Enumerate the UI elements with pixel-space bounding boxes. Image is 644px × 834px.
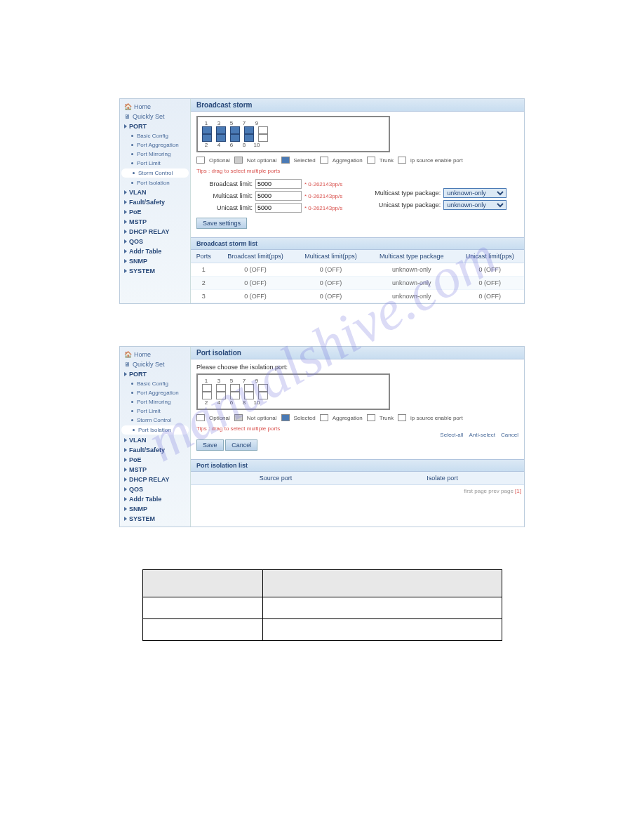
col-ports: Ports	[191, 250, 217, 263]
port-number: 1	[202, 378, 210, 384]
sidebar-section-poe[interactable]: PoE	[120, 207, 190, 217]
port-icon[interactable]	[258, 384, 268, 392]
legend-tips: Tips : drag to select multiple ports	[196, 168, 280, 174]
port-icon[interactable]	[202, 134, 212, 142]
bullet-icon	[131, 392, 133, 394]
sidebar-section-fault-safety[interactable]: Fault/Safety	[120, 445, 190, 455]
sidebar: 🏠Home 🖥Quickly Set PORT Basic Config Por…	[120, 99, 191, 303]
sidebar-home[interactable]: 🏠Home	[120, 350, 190, 359]
sidebar-section-mstp[interactable]: MSTP	[120, 217, 190, 227]
sidebar-section-snmp[interactable]: SNMP	[120, 504, 190, 514]
chevron-right-icon	[124, 124, 127, 128]
sidebar-item-port-aggregation[interactable]: Port Aggregation	[120, 388, 190, 397]
sidebar-item-basic-config[interactable]: Basic Config	[120, 131, 190, 140]
sidebar-section-dhcp-relay[interactable]: DHCP RELAY	[120, 227, 190, 237]
sidebar-item-port-aggregation[interactable]: Port Aggregation	[120, 140, 190, 150]
chevron-right-icon	[124, 497, 127, 501]
sidebar-section-qos[interactable]: QOS	[120, 484, 190, 494]
port-icon[interactable]	[230, 392, 240, 399]
legend-selected-icon	[281, 414, 290, 421]
port-icon[interactable]	[216, 126, 226, 134]
selection-links: Select-all Anti-select Cancel	[196, 432, 518, 438]
sidebar-home[interactable]: 🏠Home	[120, 102, 190, 112]
prev-page-link[interactable]: prev page	[488, 488, 514, 494]
legend-optional-icon	[196, 157, 205, 164]
port-icon[interactable]	[230, 384, 240, 392]
save-settings-button[interactable]: Save settings	[196, 218, 247, 229]
port-icon[interactable]	[258, 392, 268, 399]
sidebar-item-storm-control[interactable]: Storm Control	[120, 416, 190, 425]
sidebar-section-addr-table[interactable]: Addr Table	[120, 246, 190, 256]
sidebar-item-port-limit[interactable]: Port Limit	[120, 159, 190, 168]
port-icon[interactable]	[244, 392, 254, 399]
port-number: 5	[227, 378, 236, 384]
chevron-right-icon	[124, 477, 127, 482]
port-icon[interactable]	[216, 392, 226, 399]
sidebar-section-port[interactable]: PORT	[120, 121, 190, 131]
port-icon[interactable]	[202, 126, 212, 134]
chevron-right-icon	[124, 200, 127, 204]
sidebar-section-port[interactable]: PORT	[120, 369, 190, 379]
chevron-right-icon	[124, 507, 127, 511]
sidebar-section-snmp[interactable]: SNMP	[120, 256, 190, 266]
unicast-limit-input[interactable]	[255, 203, 302, 213]
sidebar-section-dhcp-relay[interactable]: DHCP RELAY	[120, 475, 190, 484]
list-title: Broadcast storm list	[191, 237, 524, 250]
legend-trunk-icon	[367, 414, 375, 421]
save-button[interactable]: Save	[196, 439, 224, 451]
sidebar-section-vlan[interactable]: VLAN	[120, 435, 190, 445]
sidebar-item-basic-config[interactable]: Basic Config	[120, 379, 190, 388]
port-number: 10	[253, 142, 261, 148]
port-icon[interactable]	[258, 134, 268, 142]
sidebar-item-port-limit[interactable]: Port Limit	[120, 406, 190, 416]
sidebar-section-mstp[interactable]: MSTP	[120, 465, 190, 475]
sidebar-item-port-mirroring[interactable]: Port Mirroring	[120, 397, 190, 406]
select-all-link[interactable]: Select-all	[440, 432, 463, 438]
chevron-right-icon	[124, 210, 127, 214]
sidebar-section-poe[interactable]: PoE	[120, 455, 190, 465]
blank-cell	[142, 597, 262, 619]
screenshot-port-isolation: 🏠Home 🖥Quickly Set PORT Basic Config Por…	[119, 346, 525, 527]
multicast-limit-input[interactable]	[255, 191, 302, 201]
sidebar-quickly-set[interactable]: 🖥Quickly Set	[120, 359, 190, 369]
port-number: 5	[227, 120, 236, 126]
port-icon[interactable]	[202, 392, 212, 399]
port-icon[interactable]	[230, 134, 240, 142]
sidebar: 🏠Home 🖥Quickly Set PORT Basic Config Por…	[120, 347, 191, 527]
sidebar-section-qos[interactable]: QOS	[120, 237, 190, 246]
legend-tips: Tips : drag to select multiple ports	[196, 425, 280, 432]
port-icon[interactable]	[202, 384, 212, 392]
sidebar-section-system[interactable]: SYSTEM	[120, 514, 190, 524]
sidebar-section-system[interactable]: SYSTEM	[120, 266, 190, 276]
sidebar-item-storm-control[interactable]: Storm Control	[121, 168, 189, 178]
legend-aggregation-icon	[320, 157, 328, 164]
port-icon[interactable]	[230, 126, 240, 134]
sidebar-section-addr-table[interactable]: Addr Table	[120, 494, 190, 504]
col-broadcast-limit: Broadcast limit(pps)	[217, 250, 295, 263]
port-icon[interactable]	[216, 384, 226, 392]
port-icon[interactable]	[216, 134, 226, 142]
cancel-button[interactable]: Cancel	[225, 439, 257, 451]
col-source-port: Source port	[191, 472, 361, 485]
cancel-link[interactable]: Cancel	[501, 432, 518, 438]
legend-ipsource-icon	[398, 157, 406, 164]
port-icon[interactable]	[258, 126, 268, 134]
port-icon[interactable]	[244, 134, 254, 142]
unicast-type-select[interactable]: unknown-only	[443, 200, 507, 210]
anti-select-link[interactable]: Anti-select	[469, 432, 495, 438]
sidebar-section-vlan[interactable]: VLAN	[120, 187, 190, 197]
port-icon[interactable]	[244, 384, 254, 392]
sidebar-quickly-set[interactable]: 🖥Quickly Set	[120, 112, 190, 121]
multicast-type-select[interactable]: unknown-only	[443, 188, 507, 198]
port-isolation-table: Source port Isolate port	[191, 472, 524, 485]
sidebar-item-port-mirroring[interactable]: Port Mirroring	[120, 150, 190, 159]
sidebar-item-port-isolation[interactable]: Port Isolation	[121, 425, 189, 435]
sidebar-section-fault-safety[interactable]: Fault/Safety	[120, 197, 190, 207]
bullet-icon	[133, 172, 135, 174]
blank-header-cell	[142, 570, 262, 597]
first-page-link[interactable]: first page	[464, 488, 487, 494]
sidebar-item-port-isolation[interactable]: Port Isolation	[120, 178, 190, 187]
port-icon[interactable]	[244, 126, 254, 134]
broadcast-limit-input[interactable]	[255, 179, 302, 189]
legend-ipsource-icon	[398, 414, 406, 421]
